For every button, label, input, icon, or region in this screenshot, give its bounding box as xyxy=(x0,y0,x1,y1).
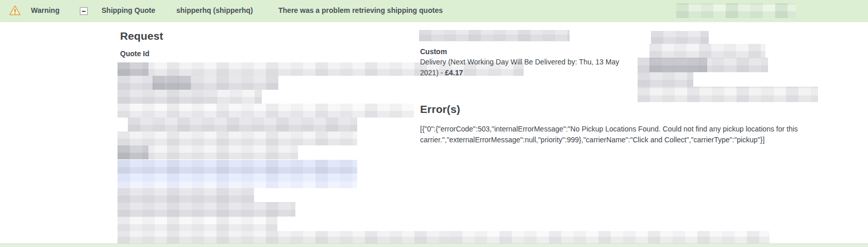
redacted-block xyxy=(118,76,278,90)
redacted-block xyxy=(118,231,450,243)
redacted-block xyxy=(118,217,277,231)
quote-id-label: Quote Id xyxy=(120,50,149,58)
redacted-block xyxy=(118,145,148,159)
shipping-quote-debug-panel: Warning Shipping Quote shipperhq (shippe… xyxy=(0,0,868,247)
redacted-block xyxy=(205,90,262,104)
redacted-block xyxy=(118,131,357,145)
next-message-strip xyxy=(0,243,868,247)
banner-message: There was a problem retrieving shipping … xyxy=(278,6,443,14)
redacted-highlight-row xyxy=(118,160,357,174)
redacted-block xyxy=(649,44,765,58)
errors-heading: Error(s) xyxy=(420,103,460,116)
redacted-block xyxy=(118,202,295,217)
redacted-block xyxy=(153,76,191,90)
redacted-block xyxy=(651,31,709,44)
redacted-block xyxy=(118,90,205,104)
banner-source: shipperhq (shipperhq) xyxy=(176,6,253,14)
redacted-block xyxy=(649,58,707,72)
minus-icon xyxy=(82,11,86,12)
redacted-block xyxy=(638,87,818,102)
carrier-title-redacted xyxy=(419,30,570,41)
banner-title: Shipping Quote xyxy=(102,6,155,14)
warning-banner: Warning Shipping Quote shipperhq (shippe… xyxy=(0,0,868,22)
banner-severity-label: Warning xyxy=(31,6,59,14)
banner-redacted-block xyxy=(676,3,796,18)
redacted-block xyxy=(118,104,414,118)
redacted-block xyxy=(128,118,357,131)
method-description: Delivery (Next Working Day Will Be Deliv… xyxy=(420,57,622,78)
request-heading: Request xyxy=(120,30,163,42)
redacted-block xyxy=(118,188,254,202)
method-price: £4.17 xyxy=(445,69,463,77)
redacted-block xyxy=(118,62,148,76)
warning-triangle-icon xyxy=(9,5,21,15)
collapse-toggle[interactable] xyxy=(80,7,88,15)
redacted-block xyxy=(450,231,770,243)
errors-body: [{"0":{"errorCode":503,"internalErrorMes… xyxy=(420,124,844,145)
redacted-block xyxy=(638,72,693,87)
method-name: Custom xyxy=(420,47,447,56)
redacted-highlight-row xyxy=(118,174,357,188)
